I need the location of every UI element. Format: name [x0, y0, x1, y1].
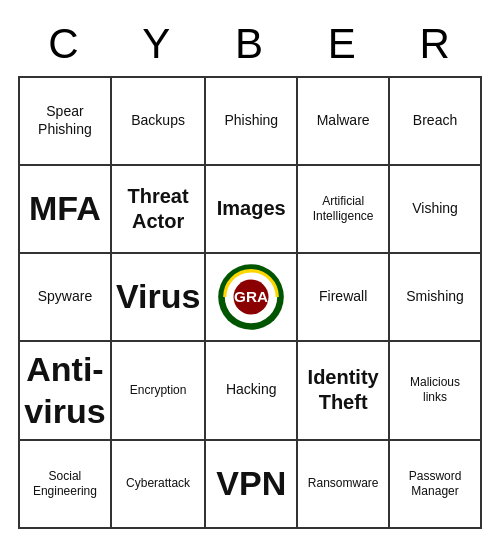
cell-label: Hacking	[226, 381, 277, 399]
header-letter: Y	[111, 16, 204, 76]
cell-label: ThreatActor	[128, 184, 189, 234]
cell-label: Backups	[131, 112, 185, 130]
cell-label: MFA	[29, 187, 101, 230]
bingo-cell-r0c3: Malware	[298, 78, 390, 166]
cell-label: IdentityTheft	[308, 365, 379, 415]
header-letter: R	[389, 16, 482, 76]
cell-label: Encryption	[130, 383, 187, 398]
svg-text:GRA: GRA	[234, 288, 268, 305]
cell-label: Spyware	[38, 288, 92, 306]
bingo-cell-r1c3: ArtificialIntelligence	[298, 166, 390, 254]
header-letter: E	[296, 16, 389, 76]
bingo-cell-r1c2: Images	[206, 166, 298, 254]
cell-label: Cyberattack	[126, 476, 190, 491]
cell-label: Virus	[116, 275, 200, 318]
cell-label: Phishing	[224, 112, 278, 130]
bingo-cell-r4c1: Cyberattack	[112, 441, 206, 529]
cell-label: SpearPhishing	[38, 103, 92, 138]
bingo-cell-r4c4: PasswordManager	[390, 441, 482, 529]
bingo-cell-r2c2: GRA	[206, 254, 298, 342]
bingo-cell-r2c3: Firewall	[298, 254, 390, 342]
bingo-cell-r0c4: Breach	[390, 78, 482, 166]
bingo-cell-r3c2: Hacking	[206, 342, 298, 441]
bingo-cell-r4c0: SocialEngineering	[20, 441, 112, 529]
cell-label: PasswordManager	[409, 469, 462, 499]
bingo-cell-r2c0: Spyware	[20, 254, 112, 342]
gra-logo-icon: GRA	[216, 262, 286, 332]
bingo-cell-r3c0: Anti-virus	[20, 342, 112, 441]
bingo-cell-r0c0: SpearPhishing	[20, 78, 112, 166]
cell-label: Breach	[413, 112, 457, 130]
cell-label: Anti-virus	[24, 348, 105, 433]
bingo-cell-r3c4: Maliciouslinks	[390, 342, 482, 441]
bingo-cell-r0c2: Phishing	[206, 78, 298, 166]
cell-label: Malware	[317, 112, 370, 130]
cell-label: VPN	[216, 462, 286, 505]
bingo-cell-r2c1: Virus	[112, 254, 206, 342]
cell-label: Ransomware	[308, 476, 379, 491]
cell-label: ArtificialIntelligence	[313, 194, 374, 224]
bingo-cell-r1c4: Vishing	[390, 166, 482, 254]
cell-label: Vishing	[412, 200, 458, 218]
bingo-cell-r2c4: Smishing	[390, 254, 482, 342]
bingo-card: CYBER SpearPhishingBackupsPhishingMalwar…	[10, 8, 490, 537]
bingo-cell-r1c1: ThreatActor	[112, 166, 206, 254]
bingo-cell-r4c3: Ransomware	[298, 441, 390, 529]
bingo-cell-r4c2: VPN	[206, 441, 298, 529]
cell-label: Images	[217, 196, 286, 221]
bingo-cell-r3c3: IdentityTheft	[298, 342, 390, 441]
header-letter: C	[18, 16, 111, 76]
bingo-cell-r0c1: Backups	[112, 78, 206, 166]
bingo-cell-r3c1: Encryption	[112, 342, 206, 441]
bingo-header: CYBER	[18, 16, 482, 76]
cell-label: SocialEngineering	[33, 469, 97, 499]
bingo-grid: SpearPhishingBackupsPhishingMalwareBreac…	[18, 76, 482, 529]
cell-label: Firewall	[319, 288, 367, 306]
cell-label: Smishing	[406, 288, 464, 306]
header-letter: B	[204, 16, 297, 76]
bingo-cell-r1c0: MFA	[20, 166, 112, 254]
cell-label: Maliciouslinks	[410, 375, 460, 405]
